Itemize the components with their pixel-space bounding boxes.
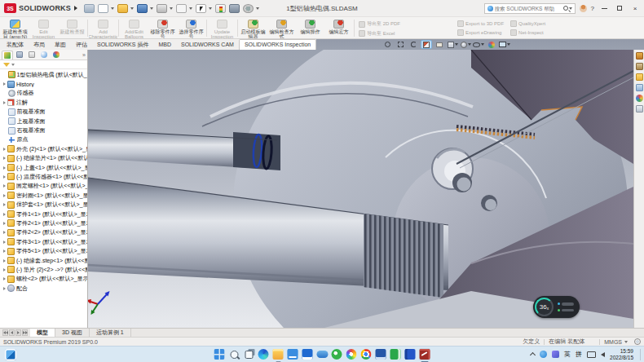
status-tag-icon[interactable] (634, 338, 641, 345)
task-view-icon[interactable] (243, 348, 255, 360)
custom-properties-icon[interactable] (636, 105, 643, 113)
save-icon[interactable] (137, 4, 148, 13)
options-dropdown-icon[interactable] (256, 7, 259, 10)
tree-item-top-plane[interactable]: 上视基准面 (0, 117, 87, 126)
chrome-icon[interactable] (360, 348, 373, 360)
units-dropdown-icon[interactable] (624, 341, 628, 343)
new-inspection-report-button[interactable]: 新建检查报 (58, 18, 86, 38)
solidworks-taskbar-icon[interactable] (419, 348, 431, 360)
expand-arrow-icon[interactable] (3, 259, 6, 263)
taskbar-clock[interactable]: 15:59 2022/8/15 (610, 348, 633, 360)
tree-item-history[interactable]: History (0, 79, 87, 88)
export-excel-button[interactable]: 导出至 Excel (359, 30, 451, 38)
edit-operation-button[interactable]: 编辑操作 (296, 18, 324, 38)
export-3d-pdf-button[interactable]: Export to 3D PDF (457, 20, 504, 27)
widgets-icon[interactable] (5, 349, 16, 360)
tree-item-part[interactable]: 零件2<2> (默认<<默认>_显示状 (0, 228, 87, 237)
help-search-box[interactable] (484, 3, 576, 14)
tree-item-annotations[interactable]: 注解 (0, 98, 87, 107)
tree-item-part[interactable]: 零件1<1> (默认<<默认>_显示状态 (0, 210, 87, 219)
ime-mode-indicator[interactable]: 拼 (576, 350, 582, 359)
qualityxpert-button[interactable]: QualityXpert (510, 20, 545, 27)
expand-arrow-icon[interactable] (3, 268, 6, 272)
tab-dimxpert-manager[interactable] (38, 51, 50, 60)
file-explorer-icon[interactable] (636, 73, 643, 81)
app-reader-icon[interactable] (375, 348, 387, 360)
expand-arrow-icon[interactable] (3, 203, 6, 206)
tree-item-part[interactable]: 密封圈<1> (默认<<默认>_显示状 (0, 191, 87, 200)
edit-macro-button[interactable]: 编辑宏方 (324, 18, 353, 38)
app-colorwheel-icon[interactable] (346, 348, 358, 360)
onedrive-icon[interactable] (316, 348, 329, 360)
tree-item-part[interactable]: 保护套<1> (默认<<默认>_显示状 (0, 200, 87, 209)
export-2d-pdf-button[interactable]: 导出至 2D PDF (359, 20, 451, 28)
undo-dropdown-icon[interactable] (189, 7, 192, 10)
login-user-icon[interactable] (580, 5, 587, 12)
tab-scroll-prev-icon[interactable] (9, 329, 15, 336)
tab-layout[interactable]: 布局 (29, 39, 50, 50)
section-view-icon[interactable] (421, 40, 432, 49)
ime-language-indicator[interactable]: 英 (564, 350, 571, 359)
tray-app-shield-icon[interactable] (552, 351, 559, 358)
tree-item-part[interactable]: 零件2<1> (默认<<默认>_显示状 (0, 219, 87, 227)
view-palette-icon[interactable] (636, 84, 643, 91)
expand-arrow-icon[interactable] (3, 222, 6, 225)
export-edrawing-button[interactable]: Export eDrawing (457, 29, 504, 36)
filter-funnel-icon[interactable] (3, 63, 10, 67)
dynamic-annotation-icon[interactable] (434, 40, 445, 49)
expand-arrow-icon[interactable] (3, 175, 6, 179)
expand-arrow-icon[interactable] (3, 82, 6, 86)
app-green-icon[interactable] (331, 348, 343, 360)
tree-item-origin[interactable]: 原点 (0, 135, 87, 144)
tree-item-part[interactable]: 零件5<1> (默认<<默认>_显示状 (0, 246, 87, 255)
tab-evaluate[interactable]: 评估 (71, 39, 92, 50)
tab-sketch[interactable]: 草图 (50, 39, 71, 50)
tree-item-part[interactable]: 外壳 (2)<1> (默认<<默认>_显示状 (0, 144, 87, 153)
edit-appearance-icon[interactable] (486, 40, 497, 49)
tab-model[interactable]: 模型 (30, 329, 55, 337)
app-word-icon[interactable] (404, 348, 417, 360)
restore-button[interactable] (614, 3, 625, 13)
tree-item-part[interactable]: 固定螺栓<1> (默认<<默认>_显示 (0, 182, 87, 191)
resources-home-icon[interactable] (636, 52, 643, 60)
minimize-button[interactable] (598, 3, 610, 13)
tree-item-right-plane[interactable]: 右视基准面 (0, 126, 87, 135)
expand-arrow-icon[interactable] (3, 231, 6, 234)
tree-item-part[interactable]: 零件3<1> (默认<<默认>_显示状 (0, 237, 87, 246)
home-icon[interactable] (84, 4, 95, 13)
store-icon[interactable] (302, 348, 314, 360)
expand-arrow-icon[interactable] (3, 101, 6, 104)
file-explorer-taskbar-icon[interactable] (272, 348, 285, 360)
inspection-light-icon[interactable] (215, 4, 226, 13)
zoom-fit-icon[interactable] (382, 40, 393, 49)
help-icon[interactable]: ? (591, 5, 594, 12)
tree-item-sensors[interactable]: 传感器 (0, 89, 87, 98)
tab-assembly[interactable]: 装配体 (2, 39, 29, 50)
menu-flyout-arrow-icon[interactable] (74, 6, 77, 11)
expand-arrow-icon[interactable] (3, 184, 6, 188)
expand-arrow-icon[interactable] (3, 213, 6, 216)
tab-solidworks-cam[interactable]: SOLIDWORKS CAM (176, 39, 239, 50)
viewport-grid-icon[interactable] (229, 4, 240, 13)
expand-arrow-icon[interactable] (3, 166, 6, 170)
tab-motion-study[interactable]: 运动算例 1 (90, 329, 131, 337)
view-settings-icon[interactable] (499, 40, 510, 49)
select-balloons-button[interactable]: 选择零件序号 (177, 18, 205, 38)
expand-arrow-icon[interactable] (3, 249, 6, 253)
zoom-area-icon[interactable] (395, 40, 406, 49)
launch-template-editor-button[interactable]: 启动模板编辑器 (239, 18, 267, 38)
mail-icon[interactable] (287, 348, 299, 360)
app-wps-icon[interactable] (390, 348, 402, 360)
new-doc-dropdown-icon[interactable] (111, 7, 114, 10)
graphics-viewport[interactable]: 36x (88, 50, 633, 328)
tab-featuremanager-tree[interactable] (2, 51, 13, 60)
tree-item-part[interactable]: (-) 绝缘套.step<1> (默认<<默认 (0, 256, 87, 265)
add-edit-balloons-button[interactable]: Add/Edit Balloons (120, 18, 148, 38)
update-inspection-project-button[interactable]: Update Inspection Project (208, 18, 236, 38)
tree-item-part[interactable]: (-) 上盖<1> (默认<<默认>_显示状 (0, 163, 87, 172)
remove-balloons-button[interactable]: 移除零件序号 (148, 18, 177, 38)
undo-icon[interactable] (176, 4, 187, 13)
tray-app-blue-icon[interactable] (540, 351, 547, 358)
close-button[interactable]: × (629, 3, 641, 13)
tab-scroll-last-icon[interactable] (22, 329, 28, 336)
